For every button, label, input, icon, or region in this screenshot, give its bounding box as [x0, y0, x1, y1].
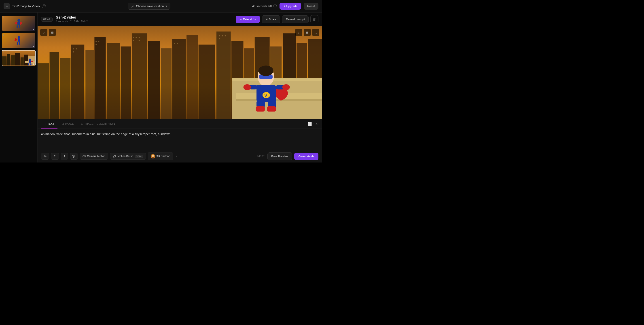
reset-button[interactable]: Reset	[304, 3, 318, 9]
content-area: GEN-2 Gen-2 video 4 seconds · 2:16AM, Fe…	[38, 12, 322, 162]
svg-text:S: S	[264, 93, 267, 97]
motion-brush-icon	[113, 155, 116, 158]
text-tab-icon: T	[44, 122, 46, 125]
sidebar-item-1[interactable]: 1	[2, 15, 36, 31]
svg-rect-35	[186, 35, 198, 119]
save-location-button[interactable]: Choose save location ▾	[128, 3, 170, 9]
svg-rect-47	[73, 51, 74, 52]
thumb2-dot	[33, 46, 34, 47]
svg-rect-48	[96, 41, 96, 42]
svg-rect-31	[132, 33, 147, 119]
svg-rect-58	[219, 35, 220, 36]
count-button[interactable]: 9	[61, 153, 68, 160]
sidebar-item-2[interactable]: 2	[2, 33, 36, 49]
svg-rect-60	[225, 35, 226, 36]
svg-point-72	[244, 84, 251, 90]
svg-rect-56	[174, 43, 175, 44]
top-bar: ← Text/Image to Video ? Choose save loca…	[0, 0, 322, 12]
prompt-textarea[interactable]	[41, 132, 318, 146]
svg-rect-6	[18, 38, 20, 41]
svg-rect-13	[15, 53, 20, 65]
user-icon	[131, 5, 134, 8]
info-icon[interactable]: i	[273, 4, 277, 8]
style-remove-button[interactable]: ×	[175, 155, 177, 158]
free-preview-button[interactable]: Free Preview	[268, 152, 292, 160]
delete-button[interactable]: 🗑	[310, 15, 318, 23]
branch-icon	[72, 155, 75, 158]
svg-point-1	[18, 19, 20, 22]
video-actions: ✦ Extend 4s ↗ Share Reveal prompt 🗑	[236, 15, 318, 23]
svg-point-86	[152, 155, 154, 157]
svg-rect-76	[256, 106, 265, 111]
tab-image-desc[interactable]: ⊟ IMAGE + DESCRIPTION	[78, 119, 118, 128]
svg-rect-20	[28, 63, 29, 65]
settings-button[interactable]	[41, 153, 49, 160]
sidebar-number-1: 1	[3, 16, 4, 18]
svg-point-68	[258, 65, 273, 76]
undo-icon	[54, 155, 56, 158]
sidebar-thumb-1[interactable]	[2, 15, 36, 31]
help-icon[interactable]: ?	[42, 4, 46, 8]
sidebar-thumb-3[interactable]	[2, 50, 36, 66]
sidebar-number-3: 3	[3, 51, 4, 53]
svg-rect-54	[133, 40, 134, 41]
svg-rect-77	[267, 106, 276, 111]
svg-rect-29	[107, 43, 120, 119]
prompt-tabs: T TEXT ⊡ IMAGE ⊟ IMAGE + DESCRIPTION ⬜ 1…	[38, 119, 322, 129]
city-scene-svg: S	[38, 26, 322, 119]
generate-button[interactable]: Generate 4s	[294, 153, 318, 160]
svg-rect-2	[18, 22, 20, 25]
settings-icon	[44, 155, 47, 158]
share-button[interactable]: ↗ Share	[262, 15, 280, 23]
style-button[interactable]: 3D Cartoon	[148, 152, 173, 160]
svg-rect-15	[24, 54, 28, 65]
video-overlay-tr: ↓ ⊞ ⛶	[295, 29, 319, 36]
beta-badge: BETA	[134, 155, 143, 158]
svg-rect-46	[76, 48, 77, 49]
sidebar-thumb-2[interactable]	[2, 33, 36, 49]
svg-rect-21	[30, 63, 32, 65]
branch-button[interactable]	[70, 153, 78, 160]
style-avatar	[151, 154, 155, 158]
undo-button[interactable]	[51, 153, 59, 160]
svg-rect-37	[216, 31, 231, 119]
top-bar-left: ← Text/Image to Video ?	[4, 3, 46, 9]
video-player[interactable]: S ⤢ ⊡ ↓ ⊞ ⛶	[38, 26, 322, 119]
top-bar-right: 48 seconds left i ✦ Upgrade Reset	[252, 3, 318, 9]
fit-button[interactable]: ⊞	[304, 29, 311, 36]
hero-flying-svg	[14, 18, 23, 29]
svg-rect-14	[20, 57, 24, 65]
frame-button[interactable]: ⊡	[49, 29, 56, 36]
svg-rect-57	[177, 43, 178, 44]
download-button[interactable]: ↓	[295, 29, 302, 36]
svg-rect-28	[94, 37, 106, 119]
svg-rect-52	[136, 37, 137, 38]
tab-image-desc-label: IMAGE + DESCRIPTION	[85, 122, 115, 125]
thumb3-dot	[33, 63, 34, 65]
reveal-prompt-button[interactable]: Reveal prompt	[282, 15, 308, 23]
prompt-textarea-container	[38, 129, 322, 150]
camera-motion-button[interactable]: Camera Motion	[80, 153, 108, 160]
tab-text[interactable]: T TEXT	[41, 119, 58, 128]
motion-brush-label: Motion Brush	[118, 155, 133, 158]
motion-brush-button[interactable]: Motion Brush BETA	[110, 153, 146, 160]
svg-rect-34	[172, 39, 186, 119]
upgrade-button[interactable]: ✦ Upgrade	[280, 3, 301, 9]
gen2-badge: GEN-2	[41, 17, 52, 22]
svg-rect-32	[148, 41, 160, 119]
style-label: 3D Cartoon	[156, 155, 170, 158]
prompt-right: 94/320 Free Preview Generate 4s	[257, 152, 318, 160]
extend-button[interactable]: ✦ Extend 4s	[236, 16, 260, 23]
sidebar-item-3[interactable]: 3	[2, 50, 36, 66]
prompt-bottom: 9 Camera Motion	[38, 150, 322, 162]
back-button[interactable]: ←	[4, 3, 10, 9]
aspect-ratio: ⬜ 16:9	[308, 122, 318, 126]
fullscreen-button[interactable]: ⛶	[312, 29, 319, 36]
crop-button[interactable]: ⤢	[40, 29, 48, 36]
char-count: 94/320	[257, 155, 265, 158]
svg-rect-12	[11, 55, 15, 65]
video-header: GEN-2 Gen-2 video 4 seconds · 2:16AM, Fe…	[38, 12, 322, 26]
tab-image[interactable]: ⊡ IMAGE	[58, 119, 77, 128]
tab-image-label: IMAGE	[65, 122, 74, 125]
thumb2-bg	[2, 33, 35, 48]
